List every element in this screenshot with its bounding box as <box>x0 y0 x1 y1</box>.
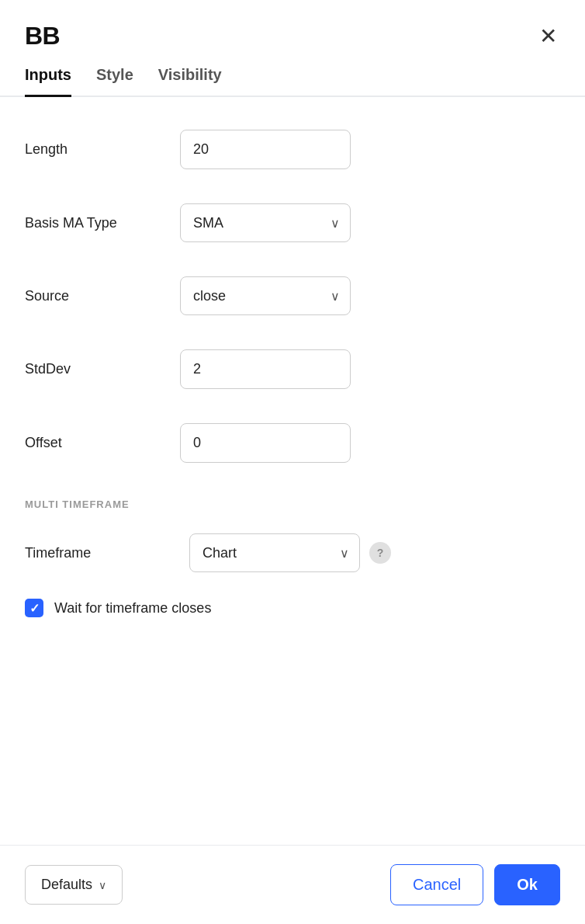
form-body: Length Basis MA Type SMA EMA SMMA WMA VW… <box>0 97 585 845</box>
dialog: BB ✕ Inputs Style Visibility Length Basi… <box>0 0 585 924</box>
wait-for-close-label: Wait for timeframe closes <box>54 600 211 617</box>
source-label: Source <box>25 288 180 304</box>
timeframe-row: Timeframe Chart 1 3 5 15 30 60 120 240 D <box>25 516 560 589</box>
tab-inputs[interactable]: Inputs <box>25 66 71 97</box>
wait-for-close-row: Wait for timeframe closes <box>25 589 560 636</box>
length-row: Length <box>25 113 560 186</box>
stddev-label: StdDev <box>25 361 180 377</box>
close-icon: ✕ <box>539 26 557 47</box>
basis-ma-type-row: Basis MA Type SMA EMA SMMA WMA VWMA ∨ <box>25 186 560 259</box>
stddev-row: StdDev <box>25 332 560 406</box>
source-select-wrapper: close open high low hl2 hlc3 hlcc4 ohlc4… <box>180 276 351 315</box>
basis-ma-type-select-wrapper: SMA EMA SMMA WMA VWMA ∨ <box>180 203 351 242</box>
timeframe-label: Timeframe <box>25 545 180 561</box>
source-select[interactable]: close open high low hl2 hlc3 hlcc4 ohlc4 <box>180 276 351 315</box>
offset-label: Offset <box>25 435 180 451</box>
defaults-label: Defaults <box>41 877 92 893</box>
cancel-button[interactable]: Cancel <box>390 864 483 905</box>
tabs-container: Inputs Style Visibility <box>0 66 585 97</box>
timeframe-control: Chart 1 3 5 15 30 60 120 240 D W M ∨ <box>189 533 360 572</box>
close-button[interactable]: ✕ <box>536 23 560 50</box>
offset-input[interactable] <box>180 423 351 463</box>
stddev-input[interactable] <box>180 349 351 389</box>
offset-row: Offset <box>25 406 560 480</box>
tab-style[interactable]: Style <box>96 66 133 97</box>
length-input[interactable] <box>180 130 351 169</box>
basis-ma-type-select[interactable]: SMA EMA SMMA WMA VWMA <box>180 203 351 242</box>
timeframe-select-wrapper: Chart 1 3 5 15 30 60 120 240 D W M ∨ <box>189 533 360 572</box>
stddev-control <box>180 349 351 389</box>
multi-timeframe-section-label: MULTI TIMEFRAME <box>25 480 560 516</box>
dialog-title: BB <box>25 22 60 50</box>
timeframe-select[interactable]: Chart 1 3 5 15 30 60 120 240 D W M <box>189 533 360 572</box>
wait-for-close-checkbox[interactable] <box>25 599 43 617</box>
basis-ma-type-control: SMA EMA SMMA WMA VWMA ∨ <box>180 203 351 242</box>
source-row: Source close open high low hl2 hlc3 hlcc… <box>25 259 560 332</box>
dialog-header: BB ✕ <box>0 0 585 66</box>
length-label: Length <box>25 141 180 158</box>
wait-for-close-wrapper[interactable]: Wait for timeframe closes <box>25 599 211 617</box>
footer-right: Cancel Ok <box>390 864 560 905</box>
tab-visibility[interactable]: Visibility <box>158 66 222 97</box>
timeframe-help-icon[interactable]: ? <box>369 542 391 564</box>
dialog-footer: Defaults ∨ Cancel Ok <box>0 845 585 924</box>
defaults-button[interactable]: Defaults ∨ <box>25 865 123 905</box>
defaults-chevron-icon: ∨ <box>99 879 106 891</box>
source-control: close open high low hl2 hlc3 hlcc4 ohlc4… <box>180 276 351 315</box>
offset-control <box>180 423 351 463</box>
ok-button[interactable]: Ok <box>494 864 560 905</box>
question-mark-icon: ? <box>377 547 384 559</box>
basis-ma-type-label: Basis MA Type <box>25 215 180 231</box>
length-control <box>180 130 351 169</box>
